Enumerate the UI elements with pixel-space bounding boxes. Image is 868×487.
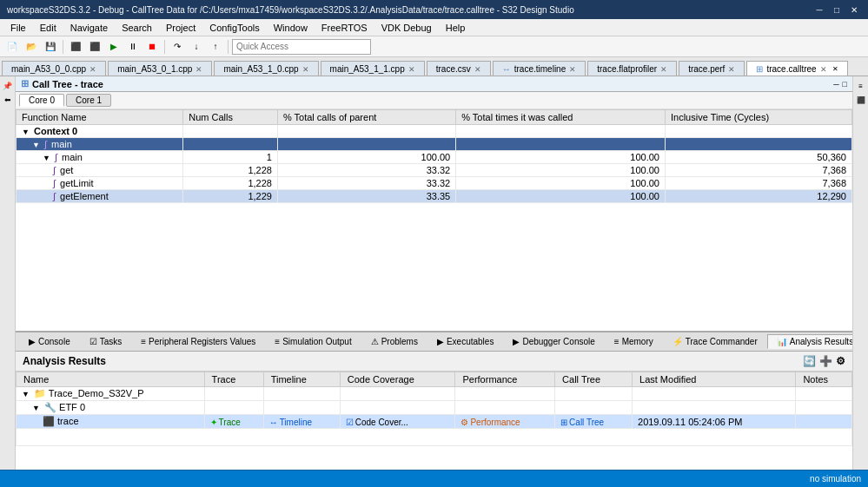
close-icon[interactable]: ✕ xyxy=(728,65,735,74)
tb-save[interactable]: 💾 xyxy=(42,38,59,56)
analysis-refresh-btn[interactable]: 🔄 xyxy=(803,355,816,367)
tab-debugger-console[interactable]: ▶ Debugger Console xyxy=(503,334,604,349)
close-icon[interactable]: ✕ xyxy=(820,65,827,74)
expand-icon[interactable]: ▼ xyxy=(22,390,30,398)
close-icon[interactable]: ✕ xyxy=(89,65,96,74)
menu-file[interactable]: File xyxy=(3,21,33,35)
tab-main-a53-10[interactable]: main_A53_1_0.cpp ✕ xyxy=(214,61,318,76)
col-trace[interactable]: Trace xyxy=(204,372,263,387)
menu-help[interactable]: Help xyxy=(439,21,473,35)
menu-vdkdebug[interactable]: VDK Debug xyxy=(374,21,439,35)
tab-main-a53-01[interactable]: main_A53_0_1.cpp ✕ xyxy=(108,61,212,76)
core-tab-0[interactable]: Core 0 xyxy=(19,94,64,107)
tab-peripheral-regs[interactable]: ≡ Peripheral Registers Values xyxy=(131,334,265,349)
tab-console[interactable]: ▶ Console xyxy=(19,334,80,349)
col-timeline[interactable]: Timeline xyxy=(263,372,340,387)
menu-search[interactable]: Search xyxy=(115,21,159,35)
menu-freertos[interactable]: FreeRTOS xyxy=(315,21,374,35)
close-icon[interactable]: ✕ xyxy=(569,65,576,74)
menu-configtools[interactable]: ConfigTools xyxy=(202,21,266,35)
table-row[interactable]: ∫ get 1,228 33.32 100.00 7,368 xyxy=(17,164,852,177)
panel-minimize-btn[interactable]: ─ xyxy=(833,80,838,89)
tab-trace-commander[interactable]: ⚡ Trace Commander xyxy=(663,334,767,349)
table-row[interactable]: ▼ 🔧 ETF 0 xyxy=(17,401,852,415)
timeline-badge[interactable]: ↔ Timeline xyxy=(269,418,312,427)
trace-badge[interactable]: ✦ Trace xyxy=(210,418,241,427)
tb-open[interactable]: 📂 xyxy=(23,38,40,56)
pin-icon[interactable]: 📌 xyxy=(2,80,14,92)
tab-analysis-results[interactable]: 📊 Analysis Results ✕ xyxy=(767,334,852,349)
perf-badge[interactable]: ⚙ Performance xyxy=(461,418,520,427)
tb-run[interactable]: ⬛ xyxy=(86,38,103,56)
arrow-icon[interactable]: ⬅ xyxy=(2,94,14,106)
tab-executables[interactable]: ▶ Executables xyxy=(427,334,503,349)
col-name[interactable]: Name xyxy=(17,372,205,387)
cell-perf[interactable]: ⚙ Performance xyxy=(455,415,555,429)
panel-maximize-btn[interactable]: □ xyxy=(843,80,847,89)
table-row[interactable]: ⬛ trace ✦ Trace ↔ xyxy=(17,415,852,429)
col-function-name[interactable]: Function Name xyxy=(17,110,183,125)
cell-trace[interactable]: ✦ Trace xyxy=(204,415,263,429)
cell-timeline[interactable]: ↔ Timeline xyxy=(263,415,340,429)
tab-pin[interactable]: ✕ xyxy=(832,65,838,73)
col-modified[interactable]: Last Modified xyxy=(633,372,796,387)
tb-stop[interactable]: ⏹ xyxy=(143,38,161,56)
col-num-calls[interactable]: Num Calls xyxy=(183,110,278,125)
coverage-badge[interactable]: ☑ Code Cover... xyxy=(346,418,408,427)
tb-debug[interactable]: ⬛ xyxy=(67,38,84,56)
close-icon[interactable]: ✕ xyxy=(302,65,309,74)
core-tab-1[interactable]: Core 1 xyxy=(66,94,111,107)
tb-step-return[interactable]: ↑ xyxy=(207,38,224,56)
col-pct-parent[interactable]: % Total calls of parent xyxy=(277,110,455,125)
menu-navigate[interactable]: Navigate xyxy=(63,21,115,35)
calltree-table-area[interactable]: Function Name Num Calls % Total calls of… xyxy=(16,109,852,331)
table-row[interactable]: ▼ Context 0 xyxy=(17,125,852,138)
col-pct-called[interactable]: % Total times it was called xyxy=(456,110,666,125)
expand-icon[interactable]: ▼ xyxy=(22,128,30,136)
close-icon[interactable]: ✕ xyxy=(660,65,667,74)
calltree-badge[interactable]: ⊞ Call Tree xyxy=(560,418,604,427)
tab-trace-csv[interactable]: trace.csv ✕ xyxy=(427,61,491,76)
minimap-icon[interactable]: ⬛ xyxy=(855,94,867,106)
expand-icon[interactable]: ▼ xyxy=(32,141,40,149)
tab-trace-flatprofiler[interactable]: trace.flatprofiler ✕ xyxy=(587,61,677,76)
tb-resume[interactable]: ▶ xyxy=(105,38,123,56)
tab-trace-calltree[interactable]: ⊞ trace.calltree ✕ ✕ xyxy=(746,61,847,76)
tab-trace-perf[interactable]: trace.perf ✕ xyxy=(679,61,745,76)
table-row[interactable]: ∫ getLimit 1,228 33.32 100.00 7,368 xyxy=(17,177,852,190)
col-coverage[interactable]: Code Coverage xyxy=(340,372,455,387)
table-row[interactable]: ▼ ∫ main xyxy=(17,138,852,151)
close-icon[interactable]: ✕ xyxy=(408,65,415,74)
table-row[interactable]: ▼ ∫ main 1 100.00 100.00 50,360 xyxy=(17,151,852,164)
tb-step-over[interactable]: ↷ xyxy=(169,38,186,56)
cell-coverage[interactable]: ☑ Code Cover... xyxy=(340,415,455,429)
close-button[interactable]: ✕ xyxy=(847,3,861,16)
close-icon[interactable]: ✕ xyxy=(195,65,202,74)
tab-trace-timeline[interactable]: ↔ trace.timeline ✕ xyxy=(493,61,586,76)
tab-simulation-output[interactable]: ≡ Simulation Output xyxy=(265,334,361,349)
tab-tasks[interactable]: ☑ Tasks xyxy=(80,334,132,349)
table-row[interactable]: ▼ 📁 Trace_Demo_S32V_P xyxy=(17,387,852,401)
minimize-button[interactable]: ─ xyxy=(812,3,826,16)
col-performance[interactable]: Performance xyxy=(455,372,555,387)
quick-access-search[interactable] xyxy=(232,39,371,55)
tab-main-a53-11[interactable]: main_A53_1_1.cpp ✕ xyxy=(321,61,425,76)
analysis-settings-btn[interactable]: ⚙ xyxy=(836,355,845,367)
menu-project[interactable]: Project xyxy=(159,21,202,35)
analysis-add-btn[interactable]: ➕ xyxy=(819,355,832,367)
cell-calltree[interactable]: ⊞ Call Tree xyxy=(555,415,633,429)
col-notes[interactable]: Notes xyxy=(796,372,852,387)
tb-step-into[interactable]: ↓ xyxy=(188,38,205,56)
menu-window[interactable]: Window xyxy=(267,21,315,35)
outline-icon[interactable]: ≡ xyxy=(855,80,867,92)
tab-memory[interactable]: ≡ Memory xyxy=(605,334,663,349)
tb-suspend[interactable]: ⏸ xyxy=(124,38,142,56)
tab-main-a53-00[interactable]: main_A53_0_0.cpp ✕ xyxy=(2,61,106,76)
menu-edit[interactable]: Edit xyxy=(33,21,63,35)
col-incl-time[interactable]: Inclusive Time (Cycles) xyxy=(665,110,851,125)
tb-new[interactable]: 📄 xyxy=(3,38,21,56)
expand-icon[interactable]: ▼ xyxy=(32,404,40,412)
table-row[interactable]: ∫ getElement 1,229 33.35 100.00 12,290 xyxy=(17,190,852,203)
maximize-button[interactable]: □ xyxy=(830,3,844,16)
expand-icon[interactable]: ▼ xyxy=(43,154,50,162)
